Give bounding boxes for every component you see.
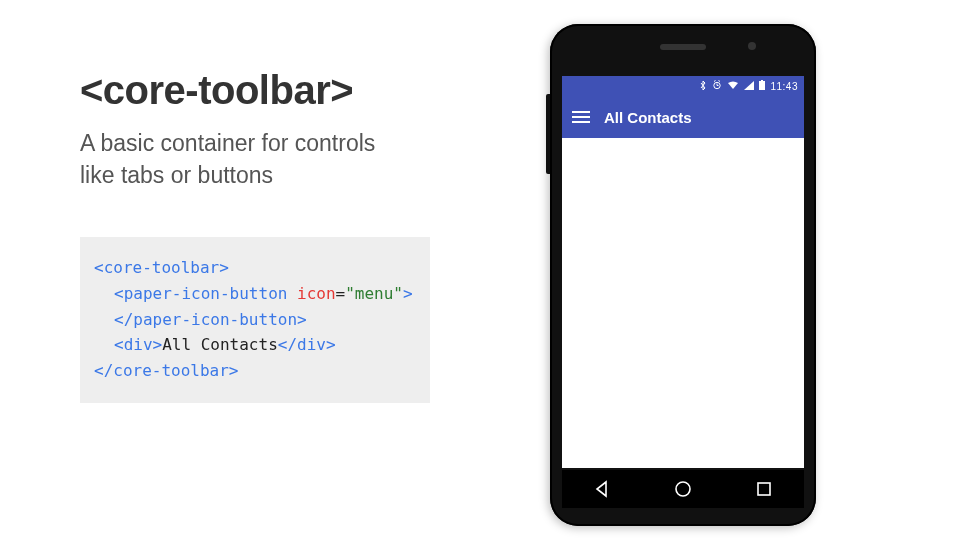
recent-apps-button[interactable] [754, 479, 774, 499]
menu-icon[interactable] [572, 111, 590, 123]
svg-rect-1 [759, 81, 765, 90]
app-toolbar: All Contacts [562, 96, 804, 138]
status-bar: 11:43 [562, 76, 804, 96]
left-column: <core-toolbar> A basic container for con… [80, 68, 480, 403]
bluetooth-icon [699, 80, 707, 93]
phone-screen: 11:43 All Contacts [562, 76, 804, 468]
alarm-icon [712, 80, 722, 92]
front-camera [748, 42, 756, 50]
status-clock: 11:43 [770, 81, 798, 92]
speaker-grille [660, 44, 706, 50]
wifi-icon [727, 81, 739, 92]
subtitle-line-1: A basic container for controls [80, 130, 375, 156]
page-title: <core-toolbar> [80, 68, 480, 113]
code-line-4: <div>All Contacts</div> [94, 332, 416, 358]
svg-point-3 [676, 482, 690, 496]
toolbar-title: All Contacts [604, 109, 692, 126]
code-line-2: <paper-icon-button icon="menu"> [94, 281, 416, 307]
back-button[interactable] [592, 479, 612, 499]
code-block: <core-toolbar> <paper-icon-button icon="… [80, 237, 430, 403]
subtitle-line-2: like tabs or buttons [80, 162, 273, 188]
slide: <core-toolbar> A basic container for con… [0, 0, 966, 543]
home-button[interactable] [673, 479, 693, 499]
svg-rect-2 [761, 80, 763, 81]
svg-rect-4 [758, 483, 770, 495]
cellular-icon [744, 81, 754, 92]
phone-frame: 11:43 All Contacts [550, 24, 816, 526]
app-content-area [562, 138, 804, 468]
android-nav-bar [562, 470, 804, 508]
code-line-1: <core-toolbar> [94, 258, 229, 277]
code-line-5: </core-toolbar> [94, 361, 239, 380]
battery-icon [759, 80, 765, 92]
subtitle: A basic container for controls like tabs… [80, 127, 480, 191]
code-line-3: </paper-icon-button> [94, 307, 416, 333]
